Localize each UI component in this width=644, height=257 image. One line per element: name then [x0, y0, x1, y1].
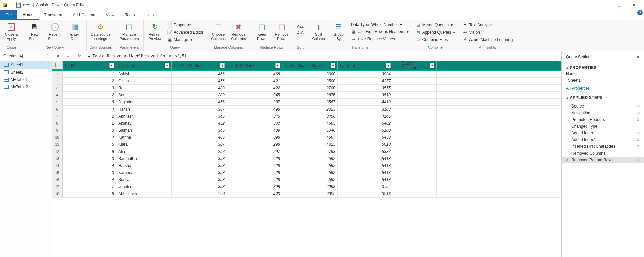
cell[interactable]: Samantha	[116, 155, 172, 162]
row-header[interactable]: 5	[52, 99, 63, 105]
row-header[interactable]: 6	[52, 106, 63, 113]
remove-rows-button[interactable]: ▤Remove Rows	[272, 22, 291, 41]
cell[interactable]: 2700	[282, 85, 338, 91]
cell[interactable]: 4567	[282, 134, 338, 141]
query-item[interactable]: MyTable1	[0, 76, 52, 83]
cell[interactable]: Alia	[116, 148, 172, 155]
vision-button[interactable]: 👁Vision	[461, 29, 514, 36]
cell[interactable]: 2998	[282, 190, 338, 197]
filter-dropdown-icon[interactable]: ▾	[220, 63, 225, 68]
table-row[interactable]: 164Soniya39842845925418	[52, 176, 561, 183]
cell[interactable]	[393, 169, 437, 176]
row-header[interactable]: 7	[52, 113, 63, 120]
cell[interactable]: 5430	[338, 134, 393, 141]
tab-home[interactable]: Home	[17, 10, 39, 20]
cell[interactable]: 3	[63, 127, 116, 134]
azure-ml-button[interactable]: ÅAzure Machine Learning	[461, 36, 514, 43]
cell[interactable]: 297	[227, 148, 282, 155]
all-properties-link[interactable]: All Properties	[566, 86, 590, 91]
table-row[interactable]: 42Sumit28934528763510	[52, 92, 561, 99]
cell[interactable]: 456	[172, 78, 227, 84]
row-header[interactable]: 15	[52, 169, 63, 176]
cell[interactable]: Harsha	[116, 162, 172, 169]
sort-desc-button[interactable]: Z↓A	[296, 30, 305, 35]
cell[interactable]: 345	[172, 127, 227, 134]
table-row[interactable]: 177Jenelia39839829983794	[52, 183, 561, 190]
cell[interactable]: 4563	[282, 120, 338, 127]
cell[interactable]: 3188	[338, 106, 393, 113]
cell[interactable]: 4793	[282, 148, 338, 155]
cell[interactable]: 465	[172, 134, 227, 141]
cell[interactable]: 428	[227, 169, 282, 176]
refresh-preview-button[interactable]: ↻Refresh Preview	[146, 22, 164, 41]
advanced-editor-button[interactable]: 📝Advanced Editor	[166, 29, 205, 36]
cell[interactable]: 4592	[282, 162, 338, 169]
tab-tools[interactable]: Tools	[120, 10, 140, 20]
row-header[interactable]: 8	[52, 120, 63, 127]
enter-data-button[interactable]: ▦Enter Data	[65, 22, 84, 41]
cell[interactable]	[393, 134, 437, 141]
cell[interactable]	[393, 162, 437, 169]
cell[interactable]: 4	[63, 176, 116, 183]
cell[interactable]: 3456	[282, 113, 338, 120]
filter-dropdown-icon[interactable]: ▾	[109, 63, 114, 68]
row-header[interactable]: 11	[52, 141, 63, 148]
row-header[interactable]: 12	[52, 148, 63, 155]
remove-columns-button[interactable]: ✖Remove Columns	[229, 22, 248, 41]
group-by-button[interactable]: ☰Group By	[329, 22, 348, 41]
help-icon[interactable]: ?	[637, 10, 643, 15]
tab-view[interactable]: View	[101, 10, 120, 20]
cell[interactable]: 345	[227, 92, 282, 98]
table-row[interactable]: 115Kiara38729843255010	[52, 141, 561, 148]
filter-dropdown-icon[interactable]: ▾	[165, 63, 169, 68]
close-window-button[interactable]: ✕	[627, 0, 641, 10]
cell[interactable]: 3000	[282, 71, 338, 77]
cell[interactable]: 3816	[338, 190, 393, 197]
table-row[interactable]: 133Samantha39842845925418	[52, 155, 561, 162]
cell[interactable]: 398	[227, 183, 282, 190]
cell[interactable]: 6	[63, 99, 116, 105]
cell[interactable]: 428	[227, 176, 282, 183]
table-row[interactable]: 64Harish36749823233188	[52, 106, 561, 113]
gear-icon[interactable]: ⚙	[636, 111, 640, 115]
table-row[interactable]: 33Rohit43342227003555	[52, 85, 561, 92]
cell[interactable]: Salman	[116, 127, 172, 134]
cell[interactable]: 5387	[338, 148, 393, 155]
applied-step[interactable]: Removed Bottom Rows⚙	[562, 157, 644, 163]
cell[interactable]: 4592	[282, 155, 338, 162]
cell[interactable]	[393, 155, 437, 162]
applied-step[interactable]: Removed Columns	[562, 150, 644, 157]
cell[interactable]: 2	[63, 113, 116, 120]
close-apply-button[interactable]: ✕ Close & Apply	[2, 22, 21, 41]
maximize-button[interactable]: ▢	[612, 0, 627, 10]
cell[interactable]	[393, 141, 437, 148]
cell[interactable]: 5	[63, 141, 116, 148]
append-queries-button[interactable]: ⊟Append Queries▾	[414, 29, 457, 36]
replace-values-button[interactable]: ↔1→2 Replace Values	[350, 36, 410, 42]
cell[interactable]: 398	[227, 134, 282, 141]
cell[interactable]: 5418	[338, 162, 393, 169]
table-options-button[interactable]	[52, 61, 63, 70]
filter-dropdown-icon[interactable]: ▾	[430, 63, 434, 68]
cell[interactable]: 489	[227, 127, 282, 134]
cell[interactable]: 3510	[338, 92, 393, 98]
cell[interactable]: 1	[63, 120, 116, 127]
cell[interactable]: Girish	[116, 78, 172, 84]
query-item[interactable]: Sheet2	[0, 69, 52, 76]
column-header-name[interactable]: AᴮcName▾	[116, 61, 172, 70]
column-header-tot[interactable]: 1²₃Total▾	[338, 61, 393, 70]
cell[interactable]: 2	[63, 92, 116, 98]
file-menu[interactable]: File	[0, 10, 17, 20]
table-row[interactable]: 188Abhishhek39842029983816	[52, 190, 561, 198]
cell[interactable]	[393, 113, 437, 120]
cell[interactable]: 428	[227, 162, 282, 169]
cell[interactable]: 4	[63, 106, 116, 113]
cell[interactable]: 428	[227, 155, 282, 162]
column-header-grad[interactable]: 1²₃Graduation Marks▾	[282, 61, 338, 70]
gear-icon[interactable]: ⚙	[636, 144, 640, 149]
row-header[interactable]: 14	[52, 162, 63, 169]
cell[interactable]: 3567	[282, 99, 338, 105]
cell[interactable]: 7	[63, 183, 116, 190]
cell[interactable]	[393, 176, 437, 183]
cell[interactable]: 345	[227, 113, 282, 120]
